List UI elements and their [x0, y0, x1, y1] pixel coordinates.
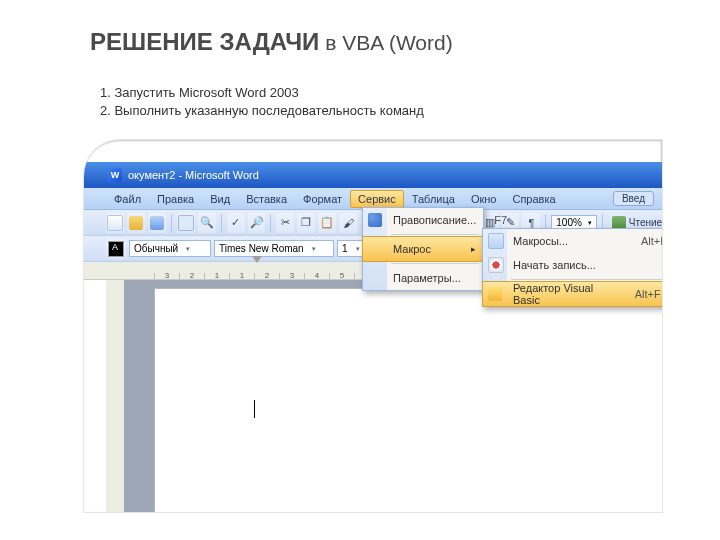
cut-button[interactable]: ✂ — [276, 213, 294, 233]
research-button[interactable]: 🔎 — [248, 213, 266, 233]
window-title: окумент2 - Microsoft Word — [128, 169, 259, 181]
reading-label: Чтение — [629, 217, 662, 228]
menu-item-label: Макросы... — [513, 235, 568, 247]
format-painter-button[interactable]: 🖌 — [339, 213, 357, 233]
print-button[interactable] — [177, 213, 195, 233]
menu-item-shortcut: F7 — [476, 214, 507, 226]
copy-button[interactable]: ❐ — [297, 213, 315, 233]
styles-button[interactable] — [106, 239, 126, 259]
menu-item-options[interactable]: Параметры... — [363, 266, 483, 290]
window-titlebar: W окумент2 - Microsoft Word — [84, 162, 662, 188]
menu-table[interactable]: Таблица — [404, 190, 463, 208]
vertical-ruler[interactable] — [106, 280, 125, 512]
document-page[interactable] — [154, 288, 662, 512]
menu-item-shortcut: Alt+F8 — [623, 235, 662, 247]
toolbar-separator — [221, 214, 222, 232]
menu-file[interactable]: Файл — [106, 190, 149, 208]
record-icon — [488, 257, 504, 273]
instructions: 1. Запустить Microsoft Word 2003 2. Выпо… — [100, 84, 424, 120]
ruler-tick: 2 — [179, 273, 204, 279]
paste-button[interactable]: 📋 — [318, 213, 336, 233]
vba-editor-icon — [488, 287, 502, 301]
menu-edit[interactable]: Правка — [149, 190, 202, 208]
check-icon — [368, 213, 382, 227]
word-window: W окумент2 - Microsoft Word Файл Правка … — [84, 140, 662, 512]
ruler-tick: 5 — [329, 273, 354, 279]
new-doc-button[interactable] — [106, 213, 124, 233]
ruler-tick: 1 — [229, 273, 254, 279]
text-cursor — [254, 400, 255, 418]
open-button[interactable] — [127, 213, 145, 233]
ruler-tick: 3 — [154, 273, 179, 279]
instruction-1: 1. Запустить Microsoft Word 2003 — [100, 84, 424, 102]
preview-button[interactable]: 🔍 — [198, 213, 216, 233]
word-app-icon: W — [108, 168, 122, 182]
ruler-indent-marker[interactable] — [252, 256, 262, 263]
menu-item-label: Параметры... — [393, 272, 461, 284]
menu-view[interactable]: Вид — [202, 190, 238, 208]
menu-tools[interactable]: Сервис — [350, 190, 404, 208]
menu-item-shortcut: Alt+F11 — [617, 288, 662, 300]
slide-title: РЕШЕНИЕ ЗАДАЧИ в VBA (Word) — [90, 28, 453, 56]
menu-divider — [511, 279, 662, 280]
menu-insert[interactable]: Вставка — [238, 190, 295, 208]
tools-menu-dropdown: Правописание... F7 Макрос Параметры... — [362, 207, 484, 291]
toolbar-separator — [171, 214, 172, 232]
submenu-item-vbe[interactable]: Редактор Visual Basic Alt+F11 — [482, 281, 662, 307]
instruction-2: 2. Выполнить указанную последовательност… — [100, 102, 424, 120]
font-combo[interactable]: Times New Roman — [214, 240, 334, 257]
save-button[interactable] — [148, 213, 166, 233]
ruler-tick: 2 — [254, 273, 279, 279]
menu-item-spelling[interactable]: Правописание... F7 — [363, 208, 483, 232]
ruler-tick: 4 — [304, 273, 329, 279]
menu-item-label: Правописание... — [393, 214, 476, 226]
screenshot-frame: W окумент2 - Microsoft Word Файл Правка … — [84, 140, 662, 512]
play-icon — [488, 233, 504, 249]
menu-item-label: Начать запись... — [513, 259, 596, 271]
submenu-item-record[interactable]: Начать запись... — [483, 253, 662, 277]
title-bold: РЕШЕНИЕ ЗАДАЧИ — [90, 28, 319, 55]
menu-divider — [391, 234, 479, 235]
toolbar-separator — [270, 214, 271, 232]
title-rest: в VBA (Word) — [319, 31, 452, 54]
menu-divider — [391, 263, 479, 264]
ruler-tick: 1 — [204, 273, 229, 279]
menu-item-macro[interactable]: Макрос — [362, 236, 484, 262]
submenu-item-macros[interactable]: Макросы... Alt+F8 — [483, 229, 662, 253]
style-combo[interactable]: Обычный — [129, 240, 211, 257]
menu-item-label: Макрос — [393, 243, 431, 255]
menu-item-label: Редактор Visual Basic — [513, 282, 617, 306]
help-search-box[interactable]: Введ — [613, 191, 654, 206]
macro-submenu: Макросы... Alt+F8 Начать запись... Редак… — [482, 228, 662, 307]
menu-help[interactable]: Справка — [504, 190, 563, 208]
menu-format[interactable]: Формат — [295, 190, 350, 208]
menu-window[interactable]: Окно — [463, 190, 505, 208]
ruler-tick: 3 — [279, 273, 304, 279]
spell-button[interactable]: ✓ — [227, 213, 245, 233]
